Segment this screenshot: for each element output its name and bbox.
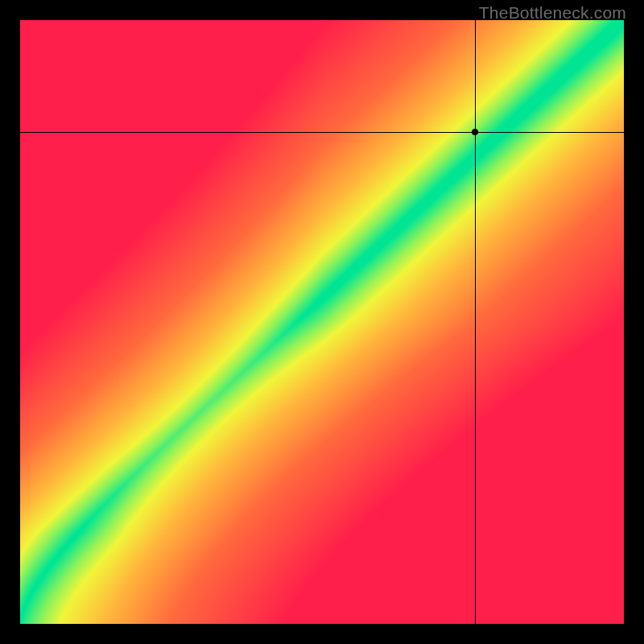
watermark-text: TheBottleneck.com [479,3,626,23]
crosshair-vertical [475,20,476,624]
chart-frame: TheBottleneck.com [0,0,644,644]
heatmap-canvas [20,20,624,624]
crosshair-marker [472,129,478,135]
crosshair-horizontal [20,132,624,133]
